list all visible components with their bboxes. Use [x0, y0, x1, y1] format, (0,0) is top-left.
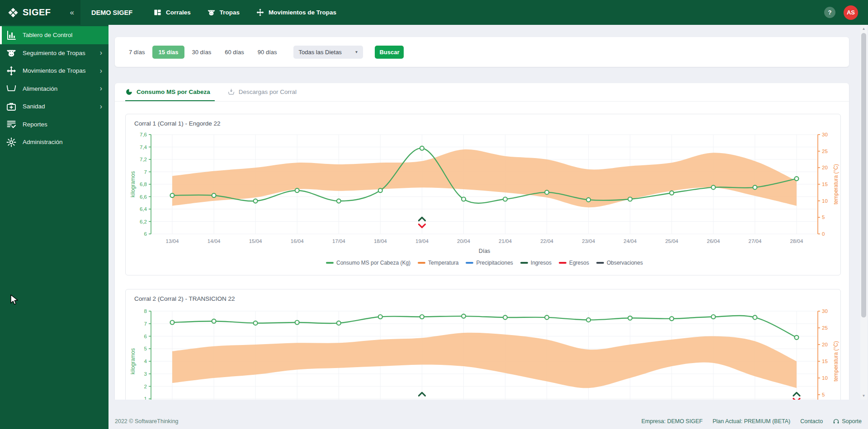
svg-text:4: 4 — [144, 359, 147, 364]
medkit-icon — [6, 101, 17, 112]
chart-corral-1: 7,67,47,276,86,66,46,26kilogramos3025201… — [126, 114, 840, 275]
data-point — [254, 321, 258, 325]
navbar-right: ? AS — [824, 5, 868, 20]
data-point — [420, 315, 424, 319]
footer: 2022 © SoftwareThinking Empresa: DEMO SI… — [108, 414, 868, 429]
svg-text:6: 6 — [144, 334, 147, 339]
bar-chart-icon — [6, 30, 17, 41]
range-pill-90-dias[interactable]: 90 días — [252, 46, 283, 59]
sidebar-collapse-button[interactable]: « — [70, 8, 74, 17]
svg-text:1: 1 — [144, 396, 147, 400]
range-pill-7-dias[interactable]: 7 días — [123, 46, 151, 59]
svg-text:22/04: 22/04 — [540, 238, 553, 244]
nav-item-tropas[interactable]: Tropas — [207, 8, 240, 17]
cow-icon — [207, 8, 216, 17]
svg-text:25: 25 — [822, 149, 828, 154]
legend-swatch — [466, 262, 473, 264]
navbar-menu: CorralesTropasMovimientos de Tropas — [153, 8, 336, 17]
legend-item-observaciones: Observaciones — [596, 260, 643, 266]
data-point — [212, 319, 216, 323]
diet-select-value: Todas las Dietas — [298, 49, 341, 56]
left-axis: 87654321kilogramos — [130, 308, 151, 400]
footer-contact-link[interactable]: Contacto — [800, 418, 823, 424]
main-content: 7 días15 días30 días60 días90 días Todas… — [108, 25, 860, 400]
sidebar-item-alimentacion[interactable]: Alimentación› — [0, 80, 108, 98]
sidebar-item-reportes[interactable]: Reportes — [0, 116, 108, 134]
svg-text:21/04: 21/04 — [499, 238, 512, 244]
right-axis: 302520151050temperatura (°C) — [818, 132, 839, 237]
nav-item-corrales[interactable]: Corrales — [153, 8, 191, 17]
sidebar-item-administracion[interactable]: Administración — [0, 133, 108, 151]
chevron-right-icon: › — [100, 49, 102, 56]
legend-swatch — [418, 262, 425, 264]
sidebar-item-seguimiento-de-tropas[interactable]: Seguimiento de Tropas› — [0, 44, 108, 62]
data-point — [670, 317, 674, 321]
cow-icon — [6, 47, 17, 58]
vertical-scrollbar[interactable]: ▲ ▼ — [860, 25, 867, 400]
date-range-selector: 7 días15 días30 días60 días90 días — [123, 46, 283, 59]
svg-text:7,4: 7,4 — [140, 145, 147, 150]
corrales-icon — [153, 8, 162, 17]
scroll-up-arrow[interactable]: ▲ — [860, 27, 867, 31]
tab-consumo-ms-por-cabeza[interactable]: Consumo MS por Cabeza — [125, 83, 215, 101]
legend-label: Temperatura — [428, 260, 458, 266]
range-pill-30-dias[interactable]: 30 días — [186, 46, 217, 59]
report-icon — [6, 119, 17, 130]
data-point — [628, 316, 632, 320]
svg-text:26/04: 26/04 — [707, 238, 720, 244]
svg-text:20: 20 — [822, 342, 828, 347]
data-point — [795, 177, 799, 181]
nav-item-movimientos-de-tropas[interactable]: Movimientos de Tropas — [256, 8, 336, 17]
search-button[interactable]: Buscar — [375, 46, 404, 59]
svg-text:6: 6 — [144, 231, 147, 237]
footer-company: Empresa: DEMO SIGEF — [642, 418, 703, 424]
scroll-down-arrow[interactable]: ▼ — [860, 394, 867, 398]
tab-descargas-por-corral[interactable]: Descargas por Corral — [227, 83, 301, 101]
svg-text:15: 15 — [822, 182, 828, 187]
legend-item-consumo: Consumo MS por Cabeza (Kg) — [326, 260, 410, 266]
svg-text:10: 10 — [822, 375, 828, 381]
svg-text:15/04: 15/04 — [249, 238, 262, 244]
svg-text:24/04: 24/04 — [623, 238, 637, 244]
pie-chart-icon — [125, 88, 133, 96]
svg-text:28/04: 28/04 — [790, 238, 803, 244]
diet-select[interactable]: Todas las Dietas ▼ — [293, 46, 363, 59]
range-pill-15-dias[interactable]: 15 días — [152, 46, 184, 59]
data-point — [378, 188, 382, 192]
sidebar: Tablero de ControlSeguimiento de Tropas›… — [0, 25, 108, 429]
data-point — [503, 197, 507, 201]
temperature-band — [172, 333, 797, 388]
tab-label: Consumo MS por Cabeza — [137, 89, 210, 95]
sidebar-item-sanidad[interactable]: Sanidad› — [0, 98, 108, 116]
data-point — [503, 315, 507, 319]
left-axis-title: kilogramos — [130, 348, 136, 374]
svg-text:18/04: 18/04 — [374, 238, 387, 244]
svg-text:3: 3 — [144, 371, 147, 377]
svg-text:20/04: 20/04 — [457, 238, 470, 244]
chevron-down-icon: ▼ — [355, 50, 359, 54]
svg-text:25: 25 — [822, 325, 828, 331]
data-point — [254, 199, 258, 203]
range-pill-60-dias[interactable]: 60 días — [219, 46, 250, 59]
data-point — [753, 315, 757, 319]
data-point — [545, 190, 549, 194]
sidebar-item-movimientos-de-tropas[interactable]: Movimientos de Tropas› — [0, 62, 108, 80]
data-point — [378, 315, 382, 319]
svg-text:14/04: 14/04 — [208, 238, 221, 244]
chart-corral-2: 87654321kilogramos30252015105temperatura… — [126, 289, 840, 400]
svg-text:7,2: 7,2 — [140, 157, 147, 162]
sidebar-item-tablero-de-control[interactable]: Tablero de Control — [0, 26, 108, 44]
svg-text:5: 5 — [144, 346, 147, 351]
scrollbar-thumb[interactable] — [861, 33, 866, 317]
legend-label: Egresos — [569, 260, 589, 266]
footer-support-link[interactable]: Soporte — [833, 418, 862, 425]
svg-text:6,6: 6,6 — [140, 194, 147, 200]
left-axis: 7,67,47,276,86,66,46,26kilogramos — [130, 132, 151, 237]
legend-swatch — [596, 262, 604, 264]
svg-text:0: 0 — [822, 231, 825, 237]
help-button[interactable]: ? — [824, 7, 835, 18]
svg-text:25/04: 25/04 — [665, 238, 678, 244]
data-point — [295, 188, 299, 192]
footer-links: Empresa: DEMO SIGEF Plan Actual: PREMIUM… — [642, 418, 862, 425]
avatar[interactable]: AS — [844, 5, 858, 20]
